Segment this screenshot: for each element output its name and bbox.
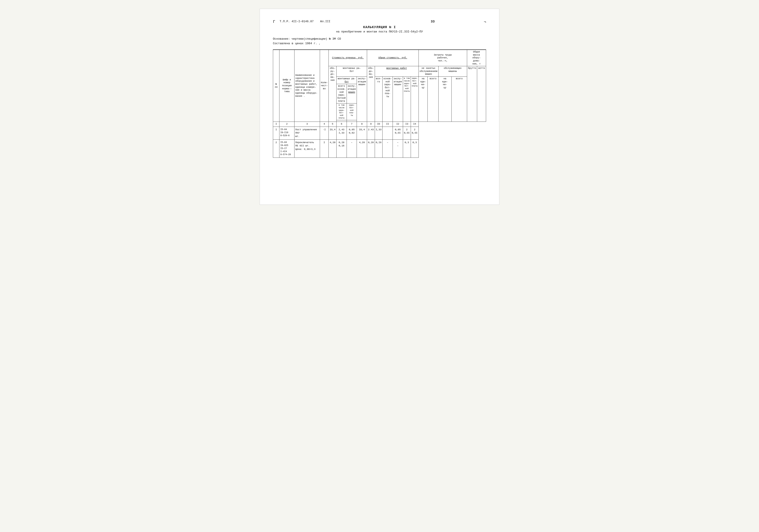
- col-idx-14: I4: [411, 122, 419, 127]
- doc-ref: Т.П.Р. 4II–I–0146.87: [280, 20, 314, 23]
- header-labor-serv-total: всего: [452, 77, 467, 122]
- row2-labor-total: 0,3: [403, 139, 411, 158]
- col-idx-8: 8: [357, 122, 367, 127]
- row1-qty: ·I: [320, 127, 329, 139]
- header-mount-exp2: экспу–атациимашин: [346, 84, 357, 103]
- header-mount-sub1: монтажных ра–бот: [336, 77, 357, 84]
- header-labor-serv-unit: наеди–ни–цу: [438, 77, 452, 122]
- header-qty: Коли–чест–во: [320, 50, 329, 122]
- header-mass-brutto: брутто: [467, 66, 477, 122]
- table-row: 2 I5–04 I8–025 I5–I7 I–4I4 8–574–28 Пере…: [273, 139, 486, 158]
- row2-cost-equip-total: 4,20: [357, 139, 367, 158]
- row2-num: 2: [273, 139, 279, 158]
- page: Г Т.П.Р. 4II–I–0146.87 Ал.III 33 ¬ КАЛЬК…: [260, 9, 499, 205]
- header-mass: Общаямассаобору–дова–ния, т: [467, 50, 486, 66]
- col-idx-5: 5: [329, 122, 336, 127]
- header-total-equip: обо–до–ва–ния: [367, 66, 375, 122]
- basis-line: Основание: чертежи(спецификации) № ЗМ СО: [273, 37, 486, 41]
- col-idx-3: 3: [294, 122, 320, 127]
- header-total-sal-note: в томчислезара–бот–нойплаты: [403, 77, 411, 122]
- header-mount-all: всегооснов–нойзара–ботнойплата: [336, 84, 346, 103]
- page-number: 33: [382, 20, 484, 23]
- main-table: №пп Шифр иномерпозициинорма––тива Наимен…: [273, 50, 486, 158]
- header-labor: Затраты трударабочих,чел.–ч,: [419, 50, 467, 66]
- header-blank1: [336, 120, 346, 122]
- header-total-exp: экспу–атациимашин: [393, 77, 403, 122]
- row1-num: I: [273, 127, 279, 139]
- header-labor-noserv-total: всего: [428, 77, 438, 122]
- header-equip-cost: обо–ру–до–ва–ния: [329, 66, 336, 122]
- row1-cost-mount-main: I,33: [375, 127, 382, 139]
- col-idx-2: 2: [279, 122, 294, 127]
- row1-labor-serv: 2 0,OI: [411, 127, 419, 139]
- row1-labor-sal: 0,05 0,OI: [393, 127, 403, 139]
- header-labor-noserv-unit: наеди–ни–цу: [419, 77, 428, 122]
- col-idx-9: 9: [367, 122, 375, 127]
- title-section: КАЛЬКУЛЯЦИЯ № I на приобретение и монтаж…: [273, 25, 486, 33]
- header-cipher: Шифр иномерпозициинорма––тива: [279, 50, 294, 122]
- row1-cost-mount-all: 2.43: [367, 127, 375, 139]
- doc-ref2: Ал.III: [320, 20, 331, 23]
- row1-cipher: I5–04 I8–I19 8–529–6: [279, 127, 294, 139]
- row2-cost-mount-total: 0,28 0,16: [336, 139, 346, 158]
- header-mount-sal: в томчислезара–бот–нойплаты: [336, 103, 346, 120]
- row2-cost-mount-main: 0,I6: [375, 139, 382, 158]
- row1-cost-mount-sal: 0,05 0,02: [346, 127, 357, 139]
- row1-cost-mount-total: 2,43 I,33: [336, 127, 346, 139]
- header-mount-sal2: зара–бот–нойпла–ты: [346, 103, 357, 120]
- header-total-sal2: зара–бот–нойплаты: [411, 77, 419, 122]
- row2-labor-serv: 0,3: [411, 139, 419, 158]
- row2-cost-equip: 4,20: [329, 139, 336, 158]
- row1-cost-equip: IO,4: [329, 127, 336, 139]
- row2-cipher: I5–04 I8–025 I5–I7 I–4I4 8–574–28: [279, 139, 294, 158]
- header-labor-serv: обслуживающих машины: [438, 66, 467, 77]
- corner-mark-left: Г: [273, 20, 275, 24]
- header-total-cost: Общая стоимость, руб.: [367, 50, 419, 66]
- row1-labor-total: 2 0,OI: [403, 127, 411, 139]
- corner-mark-right: ¬: [484, 20, 486, 24]
- header-mount-cost: монтажных ра–бот: [336, 66, 367, 77]
- col-idx-4: 4: [320, 122, 329, 127]
- row2-cost-mount-all: 0,28: [367, 139, 375, 158]
- header-total-all: все–го: [375, 77, 382, 122]
- header-total-main: основ–нойзара–бот–нойпла–ты: [382, 77, 393, 122]
- header-total-mount: монтажных работ: [375, 66, 419, 77]
- col-idx-11: II: [382, 122, 393, 127]
- header-unit-cost: Стоимость единицы, руб.: [329, 50, 367, 66]
- row2-labor-sal: – –: [393, 139, 403, 158]
- row2-name: Переключатель ПЕ 0II шт. Цена: 0,90+3,3: [294, 139, 320, 158]
- top-bar: Г Т.П.Р. 4II–I–0146.87 Ал.III 33 ¬: [273, 20, 486, 24]
- title-main: КАЛЬКУЛЯЦИЯ № I: [273, 25, 486, 29]
- col-idx-6: 6: [336, 122, 346, 127]
- header-labor-noserv: не занятыхобслуживаниеммашин: [419, 66, 438, 77]
- title-sub: на приобретение и монтаж поста ПКУ15–2I.…: [273, 30, 486, 33]
- header-num: №пп: [273, 50, 279, 122]
- table-row: I I5–04 I8–I19 8–529–6 Пост управления П…: [273, 127, 486, 139]
- row2-cost-mount-sal: –: [346, 139, 357, 158]
- doc-ref-area: Т.П.Р. 4II–I–0146.87 Ал.III: [275, 20, 382, 23]
- header-blank2: [346, 120, 357, 122]
- row1-cost-equip-total: IO,4: [357, 127, 367, 139]
- row2-cost-mount-exp: –: [382, 139, 393, 158]
- col-idx-12: I2: [393, 122, 403, 127]
- price-line: Составлена в ценах 1984 г. ,: [273, 42, 486, 45]
- row1-cost-mount-exp: [382, 127, 393, 139]
- header-mass-netto: нетто: [477, 66, 486, 122]
- col-idx-1: I: [273, 122, 279, 127]
- col-idx-13: I3: [403, 122, 411, 127]
- header-mount-exp: экспу–атациимашин: [357, 77, 367, 122]
- row1-name: Пост управления ПКУ мт.: [294, 127, 320, 139]
- col-idx-10: IO: [375, 122, 382, 127]
- row2-qty: I: [320, 139, 329, 158]
- col-idx-7: 7: [346, 122, 357, 127]
- header-name: Наименование ихарактеристикаоборудования…: [294, 50, 320, 122]
